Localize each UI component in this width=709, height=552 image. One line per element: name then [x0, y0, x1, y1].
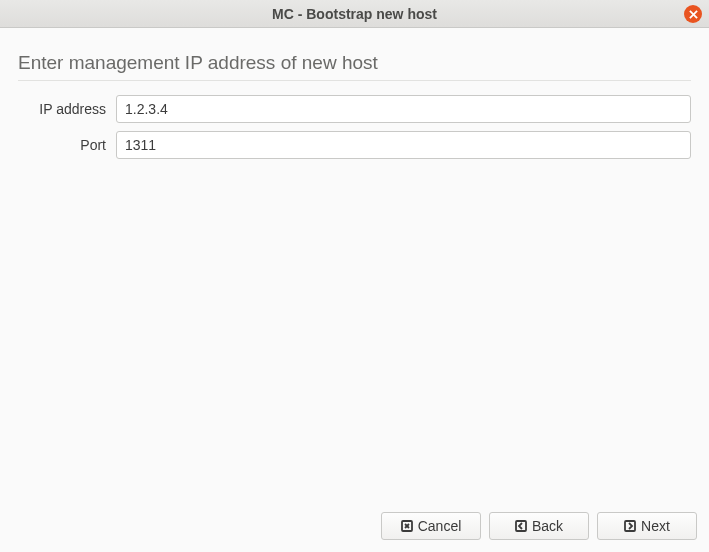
form-row-port: Port: [18, 131, 691, 159]
cancel-label: Cancel: [418, 518, 462, 534]
divider: [18, 80, 691, 81]
page-title: Enter management IP address of new host: [18, 52, 691, 80]
ip-address-input[interactable]: [116, 95, 691, 123]
back-label: Back: [532, 518, 563, 534]
ip-label: IP address: [26, 101, 116, 117]
close-icon: [689, 10, 698, 19]
back-button[interactable]: Back: [489, 512, 589, 540]
close-button[interactable]: [684, 5, 702, 23]
svg-rect-5: [516, 521, 526, 531]
cancel-icon: [401, 520, 413, 532]
window-title: MC - Bootstrap new host: [272, 6, 437, 22]
titlebar: MC - Bootstrap new host: [0, 0, 709, 28]
next-icon: [624, 520, 636, 532]
button-bar: Cancel Back Next: [0, 502, 709, 552]
form-row-ip: IP address: [18, 95, 691, 123]
window-body: Enter management IP address of new host …: [0, 28, 709, 552]
port-input[interactable]: [116, 131, 691, 159]
port-label: Port: [26, 137, 116, 153]
content-area: Enter management IP address of new host …: [0, 28, 709, 502]
next-button[interactable]: Next: [597, 512, 697, 540]
svg-rect-6: [625, 521, 635, 531]
next-label: Next: [641, 518, 670, 534]
back-icon: [515, 520, 527, 532]
cancel-button[interactable]: Cancel: [381, 512, 481, 540]
